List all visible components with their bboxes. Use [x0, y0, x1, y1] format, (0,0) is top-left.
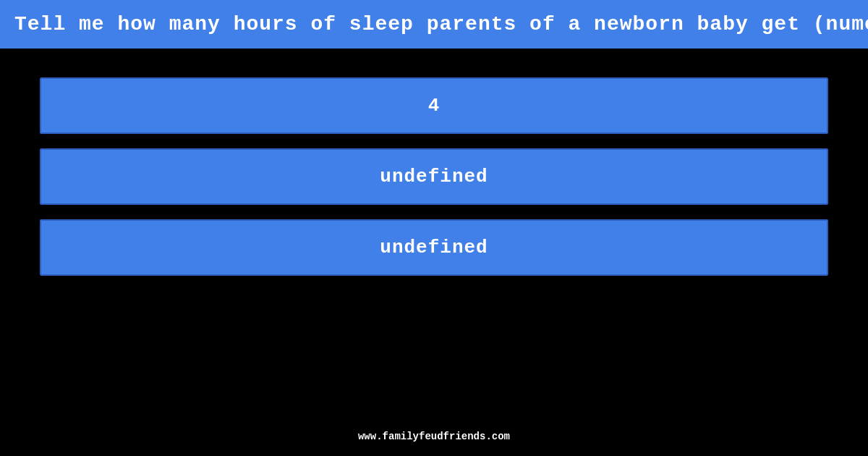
answer-button-3[interactable]: undefined — [40, 219, 828, 276]
answer-label-1: 4 — [428, 95, 441, 117]
header-bar: Tell me how many hours of sleep parents … — [0, 0, 868, 48]
answer-label-2: undefined — [380, 166, 488, 187]
answer-button-2[interactable]: undefined — [40, 148, 828, 205]
answers-container: 4 undefined undefined — [0, 48, 868, 305]
footer-url: www.familyfeudfriends.com — [358, 431, 510, 442]
footer: www.familyfeudfriends.com — [0, 430, 868, 443]
answer-button-1[interactable]: 4 — [40, 77, 828, 134]
answer-label-3: undefined — [380, 237, 488, 258]
question-text: Tell me how many hours of sleep parents … — [14, 13, 868, 35]
